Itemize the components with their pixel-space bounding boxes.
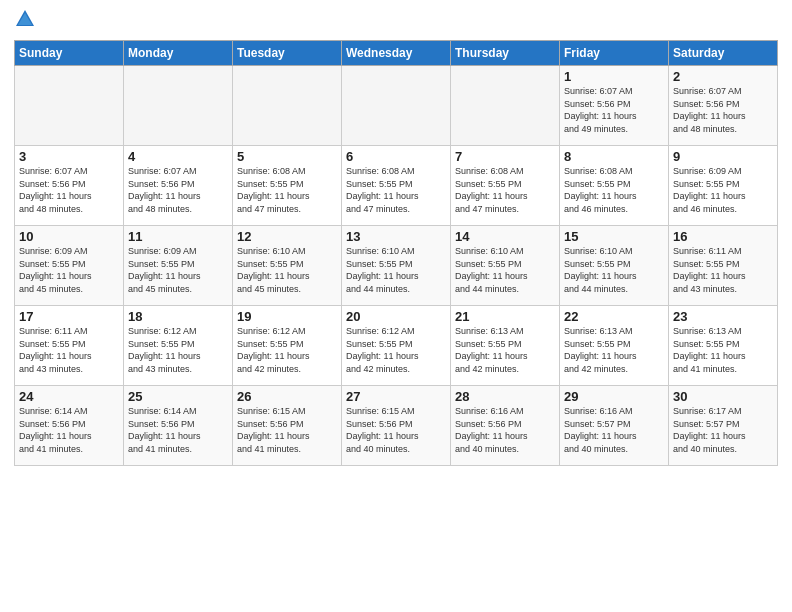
day-number: 14 [455, 229, 555, 244]
calendar-cell: 16Sunrise: 6:11 AM Sunset: 5:55 PM Dayli… [669, 226, 778, 306]
day-info: Sunrise: 6:09 AM Sunset: 5:55 PM Dayligh… [128, 245, 228, 295]
day-info: Sunrise: 6:12 AM Sunset: 5:55 PM Dayligh… [237, 325, 337, 375]
day-info: Sunrise: 6:12 AM Sunset: 5:55 PM Dayligh… [128, 325, 228, 375]
calendar-cell: 22Sunrise: 6:13 AM Sunset: 5:55 PM Dayli… [560, 306, 669, 386]
calendar-cell: 1Sunrise: 6:07 AM Sunset: 5:56 PM Daylig… [560, 66, 669, 146]
calendar-cell: 24Sunrise: 6:14 AM Sunset: 5:56 PM Dayli… [15, 386, 124, 466]
day-info: Sunrise: 6:11 AM Sunset: 5:55 PM Dayligh… [673, 245, 773, 295]
day-number: 19 [237, 309, 337, 324]
day-number: 24 [19, 389, 119, 404]
day-number: 23 [673, 309, 773, 324]
day-info: Sunrise: 6:08 AM Sunset: 5:55 PM Dayligh… [237, 165, 337, 215]
calendar-table: SundayMondayTuesdayWednesdayThursdayFrid… [14, 40, 778, 466]
day-number: 3 [19, 149, 119, 164]
day-info: Sunrise: 6:10 AM Sunset: 5:55 PM Dayligh… [346, 245, 446, 295]
calendar-cell: 20Sunrise: 6:12 AM Sunset: 5:55 PM Dayli… [342, 306, 451, 386]
day-info: Sunrise: 6:15 AM Sunset: 5:56 PM Dayligh… [237, 405, 337, 455]
calendar-cell: 23Sunrise: 6:13 AM Sunset: 5:55 PM Dayli… [669, 306, 778, 386]
day-number: 20 [346, 309, 446, 324]
day-number: 13 [346, 229, 446, 244]
day-info: Sunrise: 6:13 AM Sunset: 5:55 PM Dayligh… [455, 325, 555, 375]
calendar-cell: 17Sunrise: 6:11 AM Sunset: 5:55 PM Dayli… [15, 306, 124, 386]
day-header-saturday: Saturday [669, 41, 778, 66]
day-info: Sunrise: 6:07 AM Sunset: 5:56 PM Dayligh… [564, 85, 664, 135]
day-info: Sunrise: 6:10 AM Sunset: 5:55 PM Dayligh… [455, 245, 555, 295]
week-row-2: 3Sunrise: 6:07 AM Sunset: 5:56 PM Daylig… [15, 146, 778, 226]
calendar-cell: 3Sunrise: 6:07 AM Sunset: 5:56 PM Daylig… [15, 146, 124, 226]
day-number: 6 [346, 149, 446, 164]
day-number: 2 [673, 69, 773, 84]
week-row-5: 24Sunrise: 6:14 AM Sunset: 5:56 PM Dayli… [15, 386, 778, 466]
calendar-cell: 14Sunrise: 6:10 AM Sunset: 5:55 PM Dayli… [451, 226, 560, 306]
calendar-cell: 19Sunrise: 6:12 AM Sunset: 5:55 PM Dayli… [233, 306, 342, 386]
day-number: 11 [128, 229, 228, 244]
day-number: 7 [455, 149, 555, 164]
day-info: Sunrise: 6:07 AM Sunset: 5:56 PM Dayligh… [128, 165, 228, 215]
calendar-cell [342, 66, 451, 146]
day-number: 28 [455, 389, 555, 404]
calendar-cell: 28Sunrise: 6:16 AM Sunset: 5:56 PM Dayli… [451, 386, 560, 466]
header [14, 10, 778, 34]
day-number: 27 [346, 389, 446, 404]
day-header-friday: Friday [560, 41, 669, 66]
calendar-cell: 27Sunrise: 6:15 AM Sunset: 5:56 PM Dayli… [342, 386, 451, 466]
calendar-cell: 11Sunrise: 6:09 AM Sunset: 5:55 PM Dayli… [124, 226, 233, 306]
day-number: 26 [237, 389, 337, 404]
day-header-tuesday: Tuesday [233, 41, 342, 66]
calendar-cell [233, 66, 342, 146]
calendar-cell: 7Sunrise: 6:08 AM Sunset: 5:55 PM Daylig… [451, 146, 560, 226]
calendar-cell: 21Sunrise: 6:13 AM Sunset: 5:55 PM Dayli… [451, 306, 560, 386]
day-number: 21 [455, 309, 555, 324]
day-info: Sunrise: 6:13 AM Sunset: 5:55 PM Dayligh… [564, 325, 664, 375]
calendar-cell: 30Sunrise: 6:17 AM Sunset: 5:57 PM Dayli… [669, 386, 778, 466]
day-info: Sunrise: 6:17 AM Sunset: 5:57 PM Dayligh… [673, 405, 773, 455]
day-info: Sunrise: 6:08 AM Sunset: 5:55 PM Dayligh… [346, 165, 446, 215]
calendar-cell [15, 66, 124, 146]
day-info: Sunrise: 6:07 AM Sunset: 5:56 PM Dayligh… [19, 165, 119, 215]
calendar-cell: 8Sunrise: 6:08 AM Sunset: 5:55 PM Daylig… [560, 146, 669, 226]
calendar-cell: 2Sunrise: 6:07 AM Sunset: 5:56 PM Daylig… [669, 66, 778, 146]
day-number: 16 [673, 229, 773, 244]
day-number: 30 [673, 389, 773, 404]
calendar-cell [124, 66, 233, 146]
week-row-1: 1Sunrise: 6:07 AM Sunset: 5:56 PM Daylig… [15, 66, 778, 146]
day-header-thursday: Thursday [451, 41, 560, 66]
day-header-sunday: Sunday [15, 41, 124, 66]
logo-icon [14, 10, 36, 34]
day-number: 8 [564, 149, 664, 164]
calendar-cell: 4Sunrise: 6:07 AM Sunset: 5:56 PM Daylig… [124, 146, 233, 226]
day-info: Sunrise: 6:09 AM Sunset: 5:55 PM Dayligh… [673, 165, 773, 215]
calendar-cell: 15Sunrise: 6:10 AM Sunset: 5:55 PM Dayli… [560, 226, 669, 306]
day-number: 1 [564, 69, 664, 84]
calendar-cell: 25Sunrise: 6:14 AM Sunset: 5:56 PM Dayli… [124, 386, 233, 466]
logo [14, 10, 38, 34]
week-row-4: 17Sunrise: 6:11 AM Sunset: 5:55 PM Dayli… [15, 306, 778, 386]
day-header-monday: Monday [124, 41, 233, 66]
day-number: 17 [19, 309, 119, 324]
day-number: 10 [19, 229, 119, 244]
day-number: 15 [564, 229, 664, 244]
calendar-cell: 13Sunrise: 6:10 AM Sunset: 5:55 PM Dayli… [342, 226, 451, 306]
calendar-cell: 10Sunrise: 6:09 AM Sunset: 5:55 PM Dayli… [15, 226, 124, 306]
day-info: Sunrise: 6:11 AM Sunset: 5:55 PM Dayligh… [19, 325, 119, 375]
calendar-cell: 26Sunrise: 6:15 AM Sunset: 5:56 PM Dayli… [233, 386, 342, 466]
day-number: 4 [128, 149, 228, 164]
day-number: 22 [564, 309, 664, 324]
calendar-header-row: SundayMondayTuesdayWednesdayThursdayFrid… [15, 41, 778, 66]
calendar-cell: 5Sunrise: 6:08 AM Sunset: 5:55 PM Daylig… [233, 146, 342, 226]
week-row-3: 10Sunrise: 6:09 AM Sunset: 5:55 PM Dayli… [15, 226, 778, 306]
day-info: Sunrise: 6:10 AM Sunset: 5:55 PM Dayligh… [237, 245, 337, 295]
calendar-cell: 18Sunrise: 6:12 AM Sunset: 5:55 PM Dayli… [124, 306, 233, 386]
day-info: Sunrise: 6:09 AM Sunset: 5:55 PM Dayligh… [19, 245, 119, 295]
day-number: 12 [237, 229, 337, 244]
day-info: Sunrise: 6:08 AM Sunset: 5:55 PM Dayligh… [564, 165, 664, 215]
calendar-cell [451, 66, 560, 146]
main-container: SundayMondayTuesdayWednesdayThursdayFrid… [0, 0, 792, 472]
day-info: Sunrise: 6:10 AM Sunset: 5:55 PM Dayligh… [564, 245, 664, 295]
day-info: Sunrise: 6:16 AM Sunset: 5:56 PM Dayligh… [455, 405, 555, 455]
day-number: 18 [128, 309, 228, 324]
day-info: Sunrise: 6:07 AM Sunset: 5:56 PM Dayligh… [673, 85, 773, 135]
day-info: Sunrise: 6:13 AM Sunset: 5:55 PM Dayligh… [673, 325, 773, 375]
day-info: Sunrise: 6:08 AM Sunset: 5:55 PM Dayligh… [455, 165, 555, 215]
day-info: Sunrise: 6:14 AM Sunset: 5:56 PM Dayligh… [19, 405, 119, 455]
